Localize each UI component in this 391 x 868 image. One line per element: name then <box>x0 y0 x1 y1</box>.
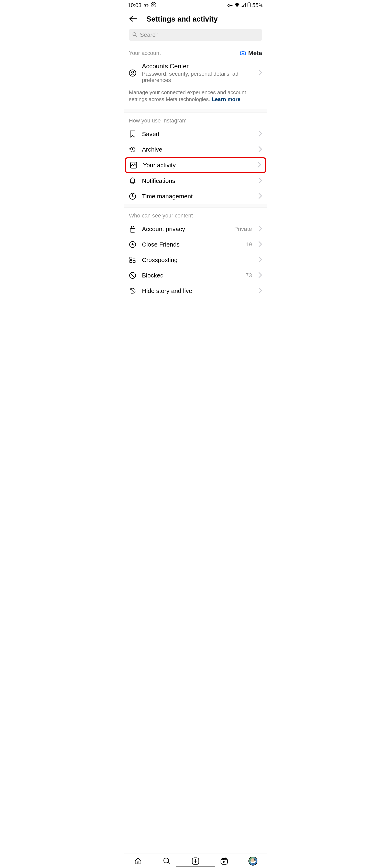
item-value: Private <box>234 226 252 232</box>
wifi-icon <box>234 2 240 8</box>
chevron-right-icon <box>258 272 262 279</box>
section-divider <box>123 109 268 113</box>
chevron-right-icon <box>258 69 262 76</box>
item-value: 19 <box>246 241 252 248</box>
back-button[interactable] <box>129 16 137 23</box>
item-value: 73 <box>246 272 252 279</box>
status-bar: 10:03 55% <box>123 0 268 10</box>
section-your-account: Your account Meta <box>123 41 268 59</box>
svg-rect-2 <box>145 5 146 6</box>
chevron-right-icon <box>258 256 262 264</box>
item-title: Time management <box>142 193 253 200</box>
chevron-right-icon <box>258 241 262 248</box>
item-title: Archive <box>142 146 253 153</box>
battery-icon <box>247 2 251 8</box>
svg-rect-1 <box>148 5 148 6</box>
pinterest-icon <box>151 2 156 9</box>
page-header: Settings and activity <box>123 10 268 29</box>
vpn-key-icon <box>227 2 233 8</box>
chevron-right-icon <box>258 287 262 294</box>
svg-point-3 <box>151 2 156 7</box>
page-title: Settings and activity <box>146 15 218 23</box>
profile-circle-icon <box>129 69 136 77</box>
battery-small-icon <box>144 2 148 8</box>
history-icon <box>129 146 136 153</box>
crossposting-item[interactable]: Crossposting <box>123 252 268 268</box>
archive-item[interactable]: Archive <box>123 142 268 157</box>
battery-percent: 55% <box>252 2 263 8</box>
close-friends-item[interactable]: Close Friends 19 <box>123 237 268 252</box>
bookmark-icon <box>129 130 136 138</box>
section-who-can-see: Who can see your content <box>123 208 268 221</box>
item-subtitle: Password, security, personal details, ad… <box>142 71 253 84</box>
chevron-right-icon <box>258 177 262 184</box>
meta-logo-icon <box>240 50 247 57</box>
svg-rect-6 <box>248 2 249 3</box>
your-activity-item[interactable]: Your activity <box>126 158 265 172</box>
item-title: Close Friends <box>142 241 240 248</box>
time-management-item[interactable]: Time management <box>123 189 268 204</box>
learn-more-link[interactable]: Learn more <box>212 96 241 102</box>
notifications-item[interactable]: Notifications <box>123 173 268 189</box>
account-privacy-item[interactable]: Account privacy Private <box>123 221 268 237</box>
section-divider <box>123 204 268 208</box>
item-title: Accounts Center <box>142 63 253 70</box>
chevron-right-icon <box>258 226 262 232</box>
activity-icon <box>130 161 137 169</box>
hide-story-item[interactable]: Hide story and live <box>123 283 268 296</box>
item-title: Your activity <box>143 162 252 168</box>
saved-item[interactable]: Saved <box>123 126 268 142</box>
search-placeholder: Search <box>140 32 159 38</box>
svg-rect-16 <box>130 257 132 259</box>
svg-rect-15 <box>133 260 135 262</box>
star-circle-icon <box>129 241 136 248</box>
svg-rect-14 <box>130 260 132 262</box>
chevron-right-icon <box>258 146 262 153</box>
status-time: 10:03 <box>128 2 142 8</box>
meta-brand: Meta <box>240 50 262 57</box>
signal-icon <box>241 2 246 8</box>
chevron-right-icon <box>258 193 262 200</box>
item-title: Saved <box>142 131 253 137</box>
svg-rect-12 <box>130 228 135 232</box>
item-title: Blocked <box>142 272 240 279</box>
chevron-right-icon <box>258 131 262 137</box>
item-title: Crossposting <box>142 256 253 264</box>
clock-icon <box>129 193 136 200</box>
accounts-center-item[interactable]: Accounts Center Password, security, pers… <box>123 59 268 88</box>
svg-point-9 <box>132 71 134 73</box>
item-title: Account privacy <box>142 226 228 232</box>
section-how-you-use: How you use Instagram <box>123 113 268 126</box>
blocked-item[interactable]: Blocked 73 <box>123 268 268 283</box>
item-title: Notifications <box>142 177 253 184</box>
chevron-right-icon <box>257 162 261 168</box>
lock-icon <box>129 225 136 233</box>
your-activity-highlight: Your activity <box>125 157 266 173</box>
hide-icon <box>129 287 136 294</box>
svg-point-4 <box>228 4 230 6</box>
item-title: Hide story and live <box>142 287 253 294</box>
section-label: Your account <box>129 50 161 56</box>
search-input[interactable]: Search <box>129 29 262 41</box>
block-icon <box>129 272 136 279</box>
search-icon <box>132 32 137 38</box>
grid-plus-icon <box>129 256 136 264</box>
account-description: Manage your connected experiences and ac… <box>123 88 268 109</box>
bell-icon <box>129 177 136 185</box>
